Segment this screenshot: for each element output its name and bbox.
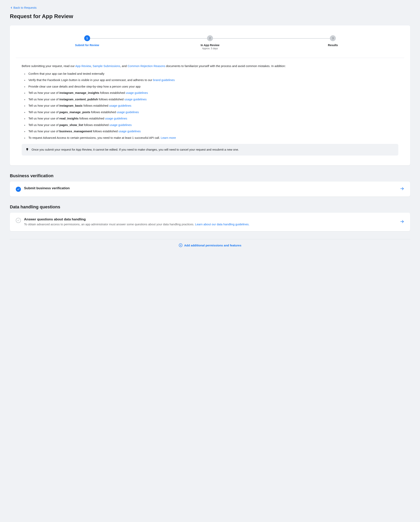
check-incomplete-icon: [16, 218, 21, 223]
usage-guidelines-link[interactable]: usage guidelines: [109, 104, 131, 107]
checklist-item: To request Advanced Access to certain pe…: [26, 136, 398, 140]
common-rejection-link[interactable]: Common Rejection Reasons: [128, 64, 165, 68]
brand-guidelines-link[interactable]: brand guidelines: [153, 78, 175, 82]
usage-guidelines-link[interactable]: usage guidelines: [124, 98, 147, 101]
business-verification-title: Business verification: [10, 173, 410, 178]
arrow-right-icon: [400, 219, 404, 224]
checklist-item: Provide clear use case details and descr…: [26, 84, 398, 89]
chevron-left-icon: [10, 6, 13, 9]
back-label: Back to Requests: [13, 6, 37, 9]
business-action-title: Submit business verification: [24, 186, 397, 190]
checklist-item: Tell us how your use of business_managem…: [26, 129, 398, 134]
intro-text: Before submitting your request, read our…: [22, 64, 398, 69]
step-1-label: Submit for Review: [26, 44, 148, 47]
tip-box: Once you submit your request for App Rev…: [22, 144, 398, 155]
back-to-requests-link[interactable]: Back to Requests: [10, 6, 37, 9]
data-action-desc: To obtain advanced access to permissions…: [24, 222, 397, 227]
sample-submissions-link[interactable]: Sample Submissions: [93, 64, 120, 68]
app-review-link[interactable]: App Review: [75, 64, 91, 68]
business-verification-card[interactable]: Submit business verification: [10, 182, 410, 197]
usage-guidelines-link[interactable]: usage guidelines: [109, 123, 132, 127]
data-handling-card[interactable]: Answer questions about data handling To …: [10, 213, 410, 231]
step-2-circle: 2: [207, 35, 213, 41]
step-1-circle: 1: [84, 35, 90, 41]
step-2: 2 In App Review Approx. 5 days: [148, 35, 271, 50]
learn-more-link[interactable]: Learn more: [161, 136, 176, 139]
page-title: Request for App Review: [10, 13, 410, 20]
checklist-item: Verify that the Facebook Login button is…: [26, 78, 398, 82]
usage-guidelines-link[interactable]: usage guidelines: [105, 117, 127, 120]
arrow-right-icon: [400, 186, 404, 192]
usage-guidelines-link[interactable]: usage guidelines: [118, 130, 141, 133]
step-2-sublabel: Approx. 5 days: [148, 47, 271, 50]
checklist-item: Tell us how your use of pages_manage_pos…: [26, 110, 398, 115]
add-permissions-label: Add additional permissions and features: [184, 244, 241, 247]
progress-steps: 1 Submit for Review 2 In App Review Appr…: [26, 35, 394, 50]
checklist-item: Tell us how your use of instagram_basic …: [26, 103, 398, 108]
data-guidelines-link[interactable]: Learn about our data handling guidelines…: [195, 223, 249, 226]
step-3-label: Results: [272, 44, 394, 47]
step-1: 1 Submit for Review: [26, 35, 148, 47]
checklist-item: Tell us how your use of read_insights fo…: [26, 116, 398, 121]
check-complete-icon: [16, 187, 21, 192]
step-2-label: In App Review: [148, 44, 271, 47]
step-3-circle: 3: [330, 35, 336, 41]
checklist-item: Confirm that your app can be loaded and …: [26, 72, 398, 76]
tip-text: Once you submit your request for App Rev…: [31, 147, 239, 152]
usage-guidelines-link[interactable]: usage guidelines: [117, 110, 139, 114]
data-action-title: Answer questions about data handling: [24, 217, 397, 221]
checklist-item: Tell us how your use of pages_show_list …: [26, 123, 398, 127]
checklist: Confirm that your app can be loaded and …: [22, 72, 398, 140]
usage-guidelines-link[interactable]: usage guidelines: [126, 91, 148, 94]
lightbulb-icon: [26, 148, 29, 151]
add-permissions-link[interactable]: Add additional permissions and features: [10, 239, 410, 251]
checklist-item: Tell us how your use of instagram_manage…: [26, 91, 398, 95]
plus-circle-icon: [179, 243, 183, 247]
checklist-item: Tell us how your use of instagram_conten…: [26, 97, 398, 102]
step-3: 3 Results: [272, 35, 394, 47]
data-handling-title: Data handling questions: [10, 204, 410, 209]
review-steps-card: 1 Submit for Review 2 In App Review Appr…: [10, 25, 410, 165]
